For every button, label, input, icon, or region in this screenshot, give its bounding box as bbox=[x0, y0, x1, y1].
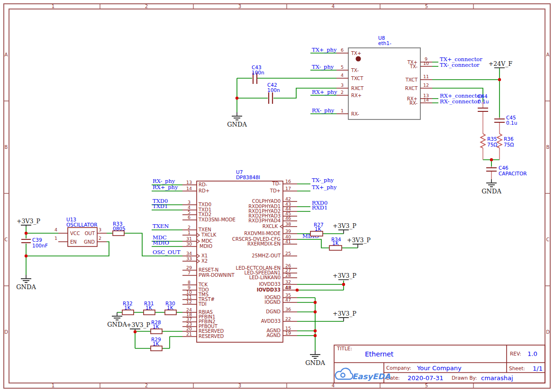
pin-name: RXCT bbox=[351, 86, 364, 91]
power-bar bbox=[130, 329, 140, 330]
ground-symbol bbox=[310, 351, 320, 358]
resistor-r27[interactable]: R27 1K bbox=[310, 222, 324, 236]
title-block: TITLE: Ethernet REV: 1.0 Company: Your C… bbox=[334, 345, 545, 383]
pin-number: 21 bbox=[186, 331, 192, 337]
resistor-r32[interactable]: R32 1K bbox=[122, 301, 134, 315]
pin-number: 1 bbox=[54, 236, 57, 241]
wire-u7-right[interactable] bbox=[297, 234, 358, 351]
power-flag-3v3-r28[interactable]: +3V3_P bbox=[127, 321, 150, 330]
part-value: 1K bbox=[153, 324, 160, 329]
ic-u13[interactable]: U13 OSCILLATOR 4 1 3 2 VCC EN OUT GND bbox=[54, 217, 107, 246]
pin-number: 2 bbox=[341, 90, 344, 95]
ground-gnda-u8[interactable]: GNDA bbox=[227, 112, 247, 128]
r28-body[interactable] bbox=[151, 329, 162, 334]
r32-body[interactable] bbox=[122, 310, 134, 315]
resistor-r29[interactable]: R29 1K bbox=[151, 337, 162, 351]
ground-gnda-c46[interactable]: GNDA bbox=[481, 179, 501, 195]
net-label[interactable]: TXEN bbox=[153, 223, 169, 229]
power-label: +3V3_P bbox=[333, 272, 356, 279]
pin-number: 2 bbox=[188, 225, 191, 230]
pin-name: TD- bbox=[272, 181, 281, 186]
power-label: +24V_F bbox=[489, 60, 513, 67]
power-flag-3v3-avdd[interactable]: +3V3_P bbox=[333, 310, 356, 321]
ic-u7[interactable]: U7 DP83848I 13 14 3 4 5 6 2 1 31 30 34 3… bbox=[182, 169, 297, 342]
capacitor-c44[interactable]: C44 0.1u bbox=[478, 93, 489, 160]
net-label[interactable]: TXD1 bbox=[153, 203, 168, 210]
r27-body[interactable] bbox=[310, 231, 323, 236]
pin-name: TXCLK bbox=[201, 232, 217, 237]
power-label: +3V3_P bbox=[347, 237, 371, 244]
net-label[interactable]: TX-_connector bbox=[440, 62, 480, 68]
resistor-r35[interactable]: R35 75Ω bbox=[481, 134, 497, 148]
easyeda-logo: EasyEDA bbox=[336, 368, 391, 381]
net-label[interactable]: TX-_phy bbox=[312, 64, 334, 70]
net-label[interactable]: RX+_phy bbox=[153, 184, 178, 191]
net-label[interactable]: MDIO bbox=[153, 239, 169, 246]
resistor-r31[interactable]: R31 1K bbox=[144, 301, 155, 315]
ground-gnda-u7[interactable]: GNDA bbox=[305, 351, 325, 366]
resistor-r30[interactable]: R30 1K bbox=[165, 301, 176, 315]
pin-name: X1 bbox=[201, 253, 208, 258]
ic-u8[interactable]: U8 eth1- 6 5 4 3 2 1 TX+ TX- TXCT RXCT R… bbox=[336, 35, 432, 119]
part-value: 100n bbox=[252, 70, 264, 75]
capacitor-c43[interactable]: C43 100n bbox=[252, 64, 264, 84]
company-label: Company: bbox=[386, 365, 411, 371]
company-value[interactable]: Your Company bbox=[417, 365, 462, 372]
pin-number: 25 bbox=[285, 251, 291, 256]
drawn-by-value[interactable]: cmarashaj bbox=[481, 374, 513, 382]
sheet-value[interactable]: 1/1 bbox=[533, 365, 543, 372]
r29-body[interactable] bbox=[151, 346, 162, 351]
net-label[interactable]: RX-_connector bbox=[440, 98, 480, 105]
ground-symbol bbox=[232, 112, 242, 120]
resistor-r36[interactable]: R36 75Ω bbox=[497, 134, 514, 148]
pin-name: RXCT bbox=[405, 86, 418, 91]
pin-name: TXD3SNI-MODE bbox=[198, 217, 236, 222]
power-bar bbox=[338, 230, 349, 234]
pin-number: 22 bbox=[285, 316, 291, 321]
net-label[interactable]: RXD1 bbox=[312, 204, 327, 211]
r35-zigzag bbox=[481, 134, 485, 148]
frame-col-label: 2 bbox=[145, 4, 148, 9]
pin-number: 38 bbox=[285, 221, 291, 227]
c42-plates bbox=[269, 92, 272, 104]
part-value: 1K bbox=[167, 305, 174, 310]
ground-gnda-u13[interactable]: GNDA bbox=[16, 275, 36, 291]
power-flag-24v[interactable]: +24V_F bbox=[489, 60, 513, 68]
net-label[interactable]: TX+_phy bbox=[312, 184, 337, 191]
net-label[interactable]: RX-_phy bbox=[153, 178, 175, 184]
power-flag-3v3-r27[interactable]: +3V3_P bbox=[333, 222, 356, 234]
r31-body[interactable] bbox=[144, 310, 155, 315]
drawn-by-label: Drawn By: bbox=[452, 375, 477, 381]
power-flag-3v3-u13[interactable]: +3V3_P bbox=[17, 218, 40, 227]
power-flag-3v3-iovdd[interactable]: +3V3_P bbox=[333, 272, 356, 280]
date-value[interactable]: 2020-07-31 bbox=[408, 374, 444, 382]
ground-symbol bbox=[486, 179, 497, 187]
net-label[interactable]: RX+_phy bbox=[312, 89, 337, 95]
frame-col-label: 4 bbox=[332, 4, 335, 9]
r30-body[interactable] bbox=[165, 310, 176, 315]
rev-value[interactable]: 1.0 bbox=[527, 350, 537, 357]
net-label[interactable]: TX+_phy bbox=[312, 46, 337, 53]
pin-number: 1 bbox=[341, 108, 344, 113]
pin-number: 39 bbox=[285, 228, 291, 234]
r33-body[interactable] bbox=[113, 231, 124, 236]
sheet-title[interactable]: Ethernet bbox=[365, 350, 394, 358]
resistor-r34[interactable]: R34 1K bbox=[329, 237, 342, 250]
u8-polarity-dot bbox=[356, 56, 361, 62]
net-label[interactable]: TX-_phy bbox=[312, 177, 334, 183]
resistor-r33[interactable]: R33 0805 bbox=[113, 221, 126, 236]
net-label[interactable]: RX-_phy bbox=[312, 107, 335, 114]
pin-number: 10 bbox=[423, 61, 429, 66]
pin-name: TX- bbox=[351, 68, 359, 73]
pin-number: 8 bbox=[188, 280, 191, 285]
frame-col-label: 3 bbox=[238, 383, 241, 388]
capacitor-c42[interactable]: C42 100n bbox=[267, 82, 280, 104]
part-value: 1K bbox=[124, 305, 131, 310]
resistor-r28[interactable]: R28 1K bbox=[151, 319, 162, 334]
pin-number: 3 bbox=[188, 200, 191, 205]
power-flag-3v3-r34[interactable]: +3V3_P bbox=[347, 237, 371, 248]
r34-body[interactable] bbox=[329, 246, 342, 250]
net-label[interactable]: OSC_OUT bbox=[153, 249, 181, 255]
capacitor-c39[interactable]: C39 100nF bbox=[21, 237, 48, 248]
capacitor-c46[interactable]: C46 CAPACITOR bbox=[486, 165, 527, 179]
